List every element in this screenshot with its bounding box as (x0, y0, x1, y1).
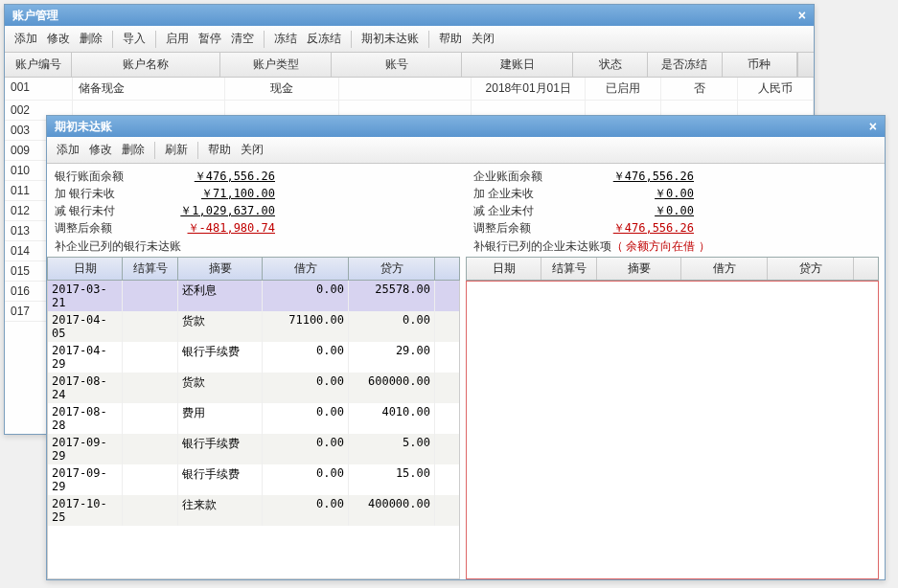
toolbar-修改[interactable]: 修改 (85, 140, 116, 160)
col-header[interactable]: 币种 (723, 53, 797, 77)
col-header[interactable]: 账户类型 (220, 53, 332, 77)
table-row[interactable]: 2017-04-29银行手续费0.0029.00 (48, 342, 459, 373)
summary-line: 银行账面余额￥476,556.26 (55, 168, 458, 185)
toolbar-删除[interactable]: 删除 (76, 29, 106, 49)
toolbar-删除[interactable]: 删除 (118, 140, 149, 160)
summary-line: 调整后余额￥-481,980.74 (55, 219, 458, 237)
summary-line: 企业账面余额￥476,556.26 (473, 168, 877, 185)
table-row[interactable]: 001储备现金现金2018年01月01日已启用否人民币 (5, 78, 814, 101)
table-header: 账户编号账户名称账户类型账号建账日状态是否冻结币种 (5, 53, 814, 78)
opening-unreconciled-window: 期初未达账 × 添加修改删除刷新帮助关闭 银行账面余额￥476,556.26加 … (46, 115, 886, 580)
right-table: 日期结算号摘要借方贷方 (466, 257, 879, 579)
toolbar-反冻结[interactable]: 反冻结 (303, 29, 345, 49)
close-icon[interactable]: × (798, 8, 806, 23)
table-row[interactable]: 2017-03-21还利息0.0025578.00 (48, 281, 459, 311)
table-row[interactable]: 2017-10-25往来款0.00400000.00 (48, 495, 459, 526)
col-header[interactable]: 日期 (48, 258, 123, 280)
window-title: 期初未达账 (55, 119, 112, 135)
col-header[interactable]: 贷方 (768, 258, 854, 280)
col-header[interactable]: 摘要 (178, 258, 263, 280)
right-section-title: 补银行已列的企业未达账项（ 余额方向在借 ） (466, 237, 885, 257)
toolbar-冻结[interactable]: 冻结 (270, 29, 301, 49)
toolbar: 添加修改删除导入启用暂停清空冻结反冻结期初未达账帮助关闭 (5, 26, 814, 53)
toolbar-帮助[interactable]: 帮助 (204, 140, 235, 160)
toolbar-启用[interactable]: 启用 (162, 29, 193, 49)
toolbar-关闭[interactable]: 关闭 (468, 29, 498, 49)
toolbar-修改[interactable]: 修改 (43, 29, 74, 49)
bank-summary: 银行账面余额￥476,556.26加 银行未收￥71,100.00减 银行未付￥… (47, 164, 466, 237)
summary-line: 减 企业未付￥0.00 (473, 202, 877, 219)
company-summary: 企业账面余额￥476,556.26加 企业未收￥0.00减 企业未付￥0.00调… (466, 164, 885, 237)
toolbar-清空[interactable]: 清空 (227, 29, 258, 49)
toolbar-期初未达账[interactable]: 期初未达账 (357, 29, 423, 49)
toolbar-导入[interactable]: 导入 (119, 29, 150, 49)
toolbar: 添加修改删除刷新帮助关闭 (47, 137, 885, 164)
col-header[interactable]: 贷方 (349, 258, 435, 280)
toolbar-关闭[interactable]: 关闭 (237, 140, 267, 160)
col-header[interactable]: 账户名称 (72, 53, 220, 77)
close-icon[interactable]: × (869, 119, 877, 134)
toolbar-刷新[interactable]: 刷新 (161, 140, 192, 160)
col-header[interactable]: 借方 (681, 258, 768, 280)
left-table: 日期结算号摘要借方贷方 2017-03-21还利息0.0025578.00201… (47, 257, 460, 579)
col-header[interactable]: 是否冻结 (648, 53, 723, 77)
summary-line: 减 银行未付￥1,029,637.00 (55, 202, 458, 219)
table-row[interactable]: 2017-09-29银行手续费0.0015.00 (48, 464, 459, 495)
table-row[interactable]: 2017-08-24货款0.00600000.00 (48, 373, 459, 403)
col-header[interactable]: 摘要 (597, 258, 681, 280)
col-header[interactable]: 状态 (573, 53, 648, 77)
toolbar-添加[interactable]: 添加 (11, 29, 41, 49)
toolbar-添加[interactable]: 添加 (53, 140, 83, 160)
table-row[interactable]: 2017-04-05货款71100.000.00 (48, 311, 459, 342)
col-header[interactable]: 结算号 (541, 258, 597, 280)
col-header[interactable]: 结算号 (123, 258, 178, 280)
toolbar-帮助[interactable]: 帮助 (435, 29, 466, 49)
col-header[interactable]: 账户编号 (5, 53, 72, 77)
left-section-title: 补企业已列的银行未达账 (47, 237, 466, 257)
window-title: 账户管理 (12, 8, 58, 24)
summary-line: 加 企业未收￥0.00 (473, 185, 877, 202)
col-header[interactable]: 日期 (467, 258, 541, 280)
col-header[interactable]: 账号 (332, 53, 462, 77)
toolbar-暂停[interactable]: 暂停 (195, 29, 225, 49)
table-row[interactable]: 2017-09-29银行手续费0.005.00 (48, 434, 459, 464)
titlebar: 期初未达账 × (47, 116, 885, 137)
summary-line: 加 银行未收￥71,100.00 (55, 185, 458, 202)
col-header[interactable]: 建账日 (462, 53, 573, 77)
table-row[interactable]: 2017-08-28费用0.004010.00 (48, 403, 459, 434)
titlebar: 账户管理 × (5, 5, 814, 26)
col-header[interactable]: 借方 (263, 258, 349, 280)
summary-line: 调整后余额￥476,556.26 (473, 219, 877, 237)
